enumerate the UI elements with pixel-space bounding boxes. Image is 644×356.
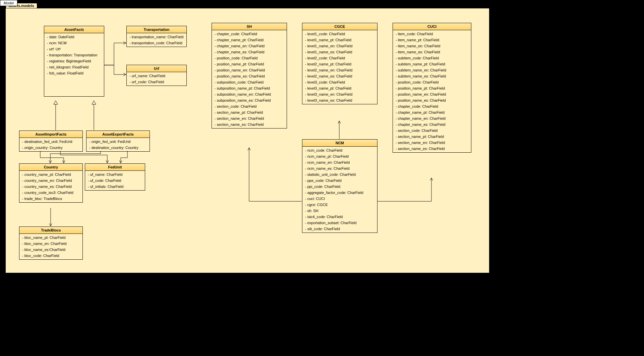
class-tradeblocs[interactable]: TradeBlocs - bloc_name_pt: CharField- bl… [19, 226, 83, 260]
class-attribute: - chapter_name_pt: CharField [212, 37, 287, 43]
class-attribute: - isic4_code: CharField [302, 214, 377, 220]
class-attribute: - chapter_code: CharField [212, 31, 287, 37]
class-attribute: - subposition_name_es: CharField [212, 97, 287, 103]
class-attribute: - urf_code: CharField [127, 79, 186, 85]
class-attribute: - chapter_name_en: CharField [393, 115, 471, 121]
class-title: Country [19, 164, 82, 171]
class-title: AssetExportFacts [86, 131, 150, 138]
class-attribute: - bloc_name_es:CharField [19, 247, 82, 253]
class-attribute: - uf_name: CharField [85, 171, 145, 177]
class-sh[interactable]: SH - chapter_code: CharField- chapter_na… [212, 23, 287, 129]
class-attribute: - position_name_es: CharField [212, 73, 287, 79]
package-assets-models: assets.models AssetFacts - date: DateFie… [5, 8, 489, 273]
class-attribute: - uf_code: CharField [85, 177, 145, 184]
class-attribute: - section_name_en: CharField [393, 140, 471, 146]
class-attribute: - level3_name_en: CharField [302, 91, 377, 97]
class-attribute: - cgce: CGCE [302, 202, 377, 208]
class-attribute: - level3_name_pt: CharField [302, 85, 377, 91]
class-attribute: - transportation_name: CharField [127, 34, 186, 40]
class-title: AssetFacts [44, 26, 104, 33]
class-attribute: - level2_name_es: CharField [302, 73, 377, 79]
class-attribute: - item_code: CharField [393, 31, 471, 37]
class-attribute: - level2_name_en: CharField [302, 67, 377, 73]
class-attribute: - ncm: NCM [44, 40, 104, 46]
class-body: - chapter_code: CharField- chapter_name_… [212, 30, 287, 128]
class-body: - ncm_code: CharField- ncm_name_pt: Char… [302, 147, 377, 233]
class-country[interactable]: Country - country_name_pt: CharField- co… [19, 163, 83, 203]
class-attribute: - section_name_en: CharField [212, 115, 287, 121]
class-title: FedUnit [85, 164, 145, 171]
class-attribute: - ncm_name_es: CharField [302, 165, 377, 171]
class-attribute: - section_code: CharField [212, 103, 287, 109]
class-attribute: - country_name_pt: CharField [19, 171, 82, 177]
class-title: AssetImportFacts [19, 131, 82, 138]
class-assetimportfacts[interactable]: AssetImportFacts - destination_fed_unit:… [19, 131, 83, 152]
class-attribute: - position_name_es: CharField [393, 97, 471, 103]
class-attribute: - position_name_en: CharField [212, 67, 287, 73]
class-attribute: - urf: Urf [44, 46, 104, 52]
class-title: CUCI [393, 23, 471, 30]
class-body: - item_code: CharField- item_name_pt: Ch… [393, 30, 471, 152]
class-transportation[interactable]: Transportation - transportation_name: Ch… [126, 26, 187, 47]
class-attribute: - level1_code: CharField [302, 31, 377, 37]
class-attribute: - bloc_code: CharField [19, 253, 82, 259]
class-attribute: - ppe_code: CharField [302, 177, 377, 184]
class-attribute: - section_name_es: CharField [212, 121, 287, 128]
class-ncm[interactable]: NCM - ncm_code: CharField- ncm_name_pt: … [302, 139, 377, 233]
class-assetexportfacts[interactable]: AssetExportFacts - origin_fed_unit: FedU… [86, 131, 150, 152]
class-attribute: - position_name_pt: CharField [393, 85, 471, 91]
class-body: - uf_name: CharField- uf_code: CharField… [85, 171, 145, 190]
class-urf[interactable]: Urf - urf_name: CharField- urf_code: Cha… [126, 65, 187, 86]
class-cuci[interactable]: CUCI - item_code: CharField- item_name_p… [393, 23, 471, 153]
class-assetfacts[interactable]: AssetFacts - date: DateField- ncm: NCM- … [44, 26, 104, 97]
class-attribute: - level2_code: CharField [302, 55, 377, 61]
class-attribute: - origin_country: Country [19, 145, 82, 151]
class-body: - destination_fed_unit: FedUnit- origin_… [19, 138, 82, 151]
class-attribute: - country_name_en: CharField [19, 177, 82, 184]
class-title: Transportation [127, 26, 186, 33]
class-attribute: - item_name_es: CharField [393, 49, 471, 55]
class-attribute: - position_code: CharField [393, 79, 471, 85]
class-title: Urf [127, 65, 186, 72]
class-attribute: - net_kilogram: FloatField [44, 64, 104, 70]
class-attribute: - transportation: Transportation [44, 52, 104, 58]
class-fedunit[interactable]: FedUnit - uf_name: CharField- uf_code: C… [85, 163, 145, 191]
class-attribute: - position_name_pt: CharField [212, 61, 287, 67]
class-attribute: - level3_code: CharField [302, 79, 377, 85]
class-body: - origin_fed_unit: FedUnit- destination_… [86, 138, 150, 151]
class-attribute: - position_name_en: CharField [393, 91, 471, 97]
class-attribute: - section_name_es: CharField [393, 146, 471, 152]
class-attribute: - position_code: CharField [212, 55, 287, 61]
class-attribute: - exportation_subset: CharField [302, 220, 377, 226]
class-attribute: - chapter_name_es: CharField [393, 121, 471, 128]
class-attribute: - chapter_name_pt: CharField [393, 109, 471, 115]
class-attribute: - subitem_name_es: CharField [393, 73, 471, 79]
model-tab-label: Model [4, 1, 14, 5]
class-body: - bloc_name_pt: CharField- bloc_name_en:… [19, 234, 82, 259]
class-attribute: - aggregate_factor_code: CharField [302, 190, 377, 196]
class-attribute: - trade_bloc: TradeBlocs [19, 196, 82, 202]
class-body: - transportation_name: CharField- transp… [127, 33, 186, 47]
class-attribute: - sh: SH [302, 208, 377, 214]
class-attribute: - chapter_name_es: CharField [212, 49, 287, 55]
class-attribute: - destination_fed_unit: FedUnit [19, 139, 82, 145]
class-attribute: - country_name_es: CharField [19, 184, 82, 190]
class-attribute: - subposition_name_pt: CharField [212, 85, 287, 91]
class-attribute: - fob_value: FloatField [44, 70, 104, 76]
class-attribute: - urf_name: CharField [127, 73, 186, 79]
class-attribute: - section_name_pt: CharField [212, 109, 287, 115]
class-attribute: - chapter_name_en: CharField [212, 43, 287, 49]
class-attribute: - level1_name_pt: CharField [302, 37, 377, 43]
class-attribute: - level1_name_es: CharField [302, 49, 377, 55]
class-attribute: - date: DateField [44, 34, 104, 40]
class-attribute: - cuci: CUCI [302, 196, 377, 202]
class-attribute: - origin_fed_unit: FedUnit [86, 139, 150, 145]
class-cgce[interactable]: CGCE - level1_code: CharField- level1_na… [302, 23, 377, 104]
class-body: - urf_name: CharField- urf_code: CharFie… [127, 72, 186, 86]
class-body: - country_name_pt: CharField- country_na… [19, 171, 82, 202]
class-attribute: - subposition_code: CharField [212, 79, 287, 85]
model-tab[interactable]: Model [0, 0, 17, 6]
class-attribute: - section_name_pt: CharField [393, 134, 471, 140]
class-attribute: - bloc_name_en: CharField [19, 241, 82, 247]
class-attribute: - ppi_code: CharField [302, 184, 377, 190]
